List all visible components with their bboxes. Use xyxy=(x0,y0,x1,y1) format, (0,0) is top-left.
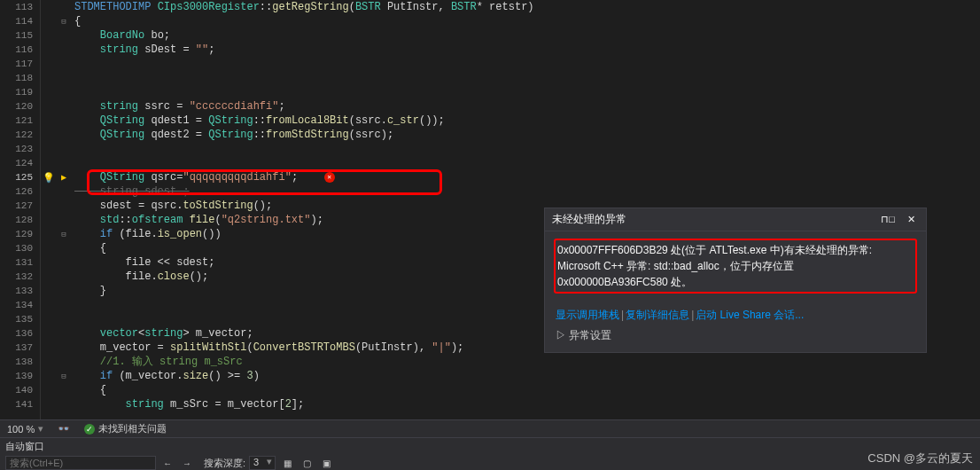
close-icon[interactable]: ✕ xyxy=(904,214,919,225)
line-gutter: 113 114 115 116 117 118 119 120 121 122 … xyxy=(0,0,41,419)
search-input[interactable] xyxy=(5,456,156,470)
search-depth-select[interactable]: 3 xyxy=(249,456,276,470)
line-num: 139 xyxy=(0,369,40,383)
line-num: 114 xyxy=(0,14,40,28)
line-num: 117 xyxy=(0,57,40,71)
line-num: 125 xyxy=(0,170,40,184)
line-num: 113 xyxy=(0,0,40,14)
exception-text: 0x00007FFF606D3B29 处(位于 ATLTest.exe 中)有未… xyxy=(557,242,914,258)
line-num: 121 xyxy=(0,114,40,128)
line-num: 130 xyxy=(0,241,40,255)
line-num: 123 xyxy=(0,142,40,156)
line-num: 138 xyxy=(0,355,40,369)
search-prev-icon[interactable]: ← xyxy=(159,456,175,470)
show-callstack-link[interactable]: 显示调用堆栈 xyxy=(556,309,619,321)
line-num: 116 xyxy=(0,43,40,57)
line-num: 133 xyxy=(0,284,40,298)
pin-icon[interactable]: ⊓□ xyxy=(877,214,898,225)
line-num: 136 xyxy=(0,326,40,341)
error-breakpoint-icon[interactable]: ✕ xyxy=(324,172,335,183)
line-num: 135 xyxy=(0,312,40,326)
autos-window-title[interactable]: 自动窗口 xyxy=(0,438,980,455)
fold-toggle-icon[interactable]: ⊟ xyxy=(57,369,71,383)
dialog-title: 未经处理的异常 xyxy=(552,212,626,227)
line-num: 115 xyxy=(0,28,40,43)
line-num: 137 xyxy=(0,341,40,355)
search-next-icon[interactable]: → xyxy=(179,456,195,470)
line-num: 124 xyxy=(0,156,40,170)
search-depth-label: 搜索深度: xyxy=(204,457,245,470)
line-num: 126 xyxy=(0,184,40,199)
fold-margin: ⊟ ▶ ⊟ ⊟ xyxy=(57,0,71,419)
glyph-margin: 💡 xyxy=(41,0,57,419)
watermark: CSDN @多云的夏天 xyxy=(867,450,973,466)
exception-text: 0x000000BA936FC580 处。 xyxy=(557,274,914,290)
current-line-arrow-icon: ▶ xyxy=(61,172,66,183)
line-num: 120 xyxy=(0,99,40,114)
line-num: 129 xyxy=(0,227,40,241)
line-num: 127 xyxy=(0,199,40,213)
exception-text: Microsoft C++ 异常: std::bad_alloc，位于内存位置 xyxy=(557,258,914,274)
annotation-box: 0x00007FFF606D3B29 处(位于 ATLTest.exe 中)有未… xyxy=(554,239,917,294)
line-num: 141 xyxy=(0,397,40,411)
exception-settings-toggle[interactable]: ▷ 异常设置 xyxy=(556,328,915,343)
line-num: 134 xyxy=(0,298,40,312)
toolbar-icon[interactable]: ▣ xyxy=(318,456,334,470)
copy-details-link[interactable]: 复制详细信息 xyxy=(626,309,689,321)
liveshare-link[interactable]: 启动 Live Share 会话... xyxy=(696,309,804,321)
no-issues-status[interactable]: ✓未找到相关问题 xyxy=(77,422,174,435)
line-num: 128 xyxy=(0,213,40,227)
line-num: 132 xyxy=(0,270,40,284)
line-num: 119 xyxy=(0,85,40,99)
fold-toggle-icon[interactable]: ⊟ xyxy=(57,227,71,241)
line-num: 118 xyxy=(0,71,40,85)
fold-toggle-icon[interactable]: ⊟ xyxy=(57,14,71,28)
lightbulb-icon[interactable]: 💡 xyxy=(43,172,55,184)
unhandled-exception-dialog: 未经处理的异常 ⊓□ ✕ 0x00007FFF606D3B29 处(位于 ATL… xyxy=(544,208,927,353)
status-bar: 100 % ▾ 👓 ✓未找到相关问题 xyxy=(0,419,980,437)
zoom-level[interactable]: 100 % ▾ xyxy=(0,423,51,435)
line-num: 122 xyxy=(0,128,40,142)
toolbar-icon[interactable]: ▦ xyxy=(279,456,295,470)
autos-window: 自动窗口 ← → 搜索深度: 3 ▦ ▢ ▣ xyxy=(0,437,980,470)
toolbar-icon[interactable]: ▢ xyxy=(299,456,315,470)
line-num: 140 xyxy=(0,383,40,397)
line-num: 131 xyxy=(0,255,40,270)
glasses-icon[interactable]: 👓 xyxy=(51,423,77,435)
